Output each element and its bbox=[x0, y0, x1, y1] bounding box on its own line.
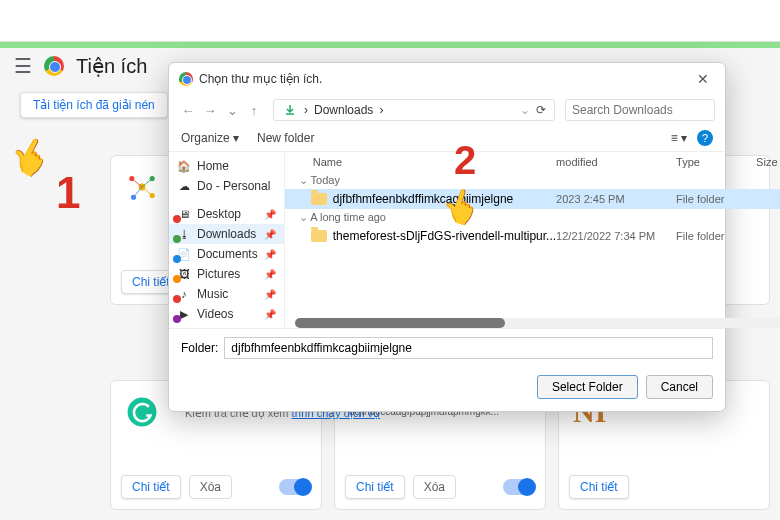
horizontal-scrollbar[interactable] bbox=[295, 318, 780, 328]
chevron-down-icon[interactable]: ⌄ bbox=[223, 103, 241, 118]
search-input[interactable] bbox=[565, 99, 715, 121]
view-mode-icon[interactable]: ≡ ▾ bbox=[671, 131, 687, 145]
sidebar-item-documents[interactable]: 📄Documents📌 bbox=[169, 244, 284, 264]
folder-row[interactable]: themeforest-sDljFdGS-rivendell-multipur.… bbox=[285, 226, 780, 246]
chevron-down-icon[interactable]: ⌄ bbox=[520, 103, 530, 117]
folder-icon: 🏠 bbox=[177, 159, 191, 173]
dialog-nav: ← → ⌄ ↑ › Downloads › ⌄ ⟳ bbox=[169, 95, 725, 125]
page-title: Tiện ích bbox=[76, 54, 147, 78]
sidebar-item-pictures[interactable]: 🖼Pictures📌 bbox=[169, 264, 284, 284]
pointer-annotation-1-icon: 👆 bbox=[3, 128, 59, 184]
pin-icon: 📌 bbox=[264, 269, 276, 280]
breadcrumb[interactable]: › Downloads › ⌄ ⟳ bbox=[273, 99, 555, 121]
column-headers[interactable]: Name modified Type Size bbox=[285, 152, 780, 172]
sidebar: 🏠Home☁Do - Personal🖥Desktop📌⭳Downloads📌📄… bbox=[169, 152, 285, 328]
select-folder-button[interactable]: Select Folder bbox=[537, 375, 638, 399]
grammarly-icon bbox=[125, 395, 159, 429]
pin-icon: 📌 bbox=[264, 289, 276, 300]
menu-icon[interactable]: ☰ bbox=[14, 54, 32, 78]
refresh-icon[interactable]: ⟳ bbox=[536, 103, 546, 117]
organize-menu[interactable]: Organize ▾ bbox=[181, 131, 239, 145]
breadcrumb-item[interactable]: Downloads bbox=[314, 103, 373, 117]
up-icon[interactable]: ↑ bbox=[245, 103, 263, 118]
enable-toggle[interactable] bbox=[503, 479, 535, 495]
cancel-button[interactable]: Cancel bbox=[646, 375, 713, 399]
svg-line-7 bbox=[134, 187, 143, 197]
enable-toggle[interactable] bbox=[279, 479, 311, 495]
folder-row[interactable]: djfbfhmfeenbkdffimkcagbiimjelgne2023 2:4… bbox=[285, 189, 780, 209]
svg-line-6 bbox=[142, 179, 152, 188]
pin-icon: 📌 bbox=[264, 249, 276, 260]
pin-icon: 📌 bbox=[264, 209, 276, 220]
folder-icon: ☁ bbox=[177, 179, 191, 193]
detail-button[interactable]: Chi tiết bbox=[569, 475, 629, 499]
detail-button[interactable]: Chi tiết bbox=[345, 475, 405, 499]
annotation-number-2: 2 bbox=[454, 138, 476, 183]
folder-label: Folder: bbox=[181, 341, 218, 355]
extension-icon bbox=[125, 170, 159, 204]
dialog-titlebar: Chọn thư mục tiện ích. ✕ bbox=[169, 63, 725, 95]
close-icon[interactable]: ✕ bbox=[691, 69, 715, 89]
dialog-actions: Select Folder Cancel bbox=[169, 367, 725, 411]
new-folder-button[interactable]: New folder bbox=[257, 131, 314, 145]
annotation-number-1: 1 bbox=[56, 168, 80, 218]
pin-icon: 📌 bbox=[264, 229, 276, 240]
remove-button[interactable]: Xóa bbox=[189, 475, 232, 499]
dialog-title: Chọn thư mục tiện ích. bbox=[199, 72, 322, 86]
sidebar-item-music[interactable]: ♪Music📌 bbox=[169, 284, 284, 304]
load-unpacked-button[interactable]: Tải tiện ích đã giải nén bbox=[20, 92, 168, 118]
folder-icon bbox=[311, 193, 327, 205]
sidebar-item-do---personal[interactable]: ☁Do - Personal bbox=[169, 176, 284, 196]
col-size[interactable]: Size bbox=[756, 156, 780, 168]
sidebar-item-desktop[interactable]: 🖥Desktop📌 bbox=[169, 204, 284, 224]
downloads-icon bbox=[282, 102, 298, 118]
folder-field-row: Folder: bbox=[169, 328, 725, 367]
chrome-logo-icon bbox=[179, 72, 193, 86]
forward-icon[interactable]: → bbox=[201, 103, 219, 118]
file-group-header[interactable]: Today bbox=[285, 172, 780, 189]
file-list: Name modified Type Size Todaydjfbfhmfeen… bbox=[285, 152, 780, 328]
folder-icon bbox=[311, 230, 327, 242]
sidebar-item-videos[interactable]: ▶Videos📌 bbox=[169, 304, 284, 324]
pin-icon: 📌 bbox=[264, 309, 276, 320]
folder-input[interactable] bbox=[224, 337, 713, 359]
sidebar-item-downloads[interactable]: ⭳Downloads📌 bbox=[169, 224, 284, 244]
svg-line-8 bbox=[142, 187, 152, 196]
col-type[interactable]: Type bbox=[676, 156, 756, 168]
browser-tab-strip bbox=[0, 0, 780, 42]
col-date[interactable]: modified bbox=[556, 156, 676, 168]
chrome-logo-icon bbox=[44, 56, 64, 76]
remove-button[interactable]: Xóa bbox=[413, 475, 456, 499]
detail-button[interactable]: Chi tiết bbox=[121, 475, 181, 499]
col-name[interactable]: Name bbox=[295, 156, 556, 168]
svg-line-5 bbox=[132, 179, 142, 188]
sidebar-item-home[interactable]: 🏠Home bbox=[169, 156, 284, 176]
help-icon[interactable]: ? bbox=[697, 130, 713, 146]
file-group-header[interactable]: A long time ago bbox=[285, 209, 780, 226]
folder-picker-dialog: Chọn thư mục tiện ích. ✕ ← → ⌄ ↑ › Downl… bbox=[168, 62, 726, 412]
dialog-toolbar: Organize ▾ New folder ≡ ▾ ? bbox=[169, 125, 725, 152]
back-icon[interactable]: ← bbox=[179, 103, 197, 118]
